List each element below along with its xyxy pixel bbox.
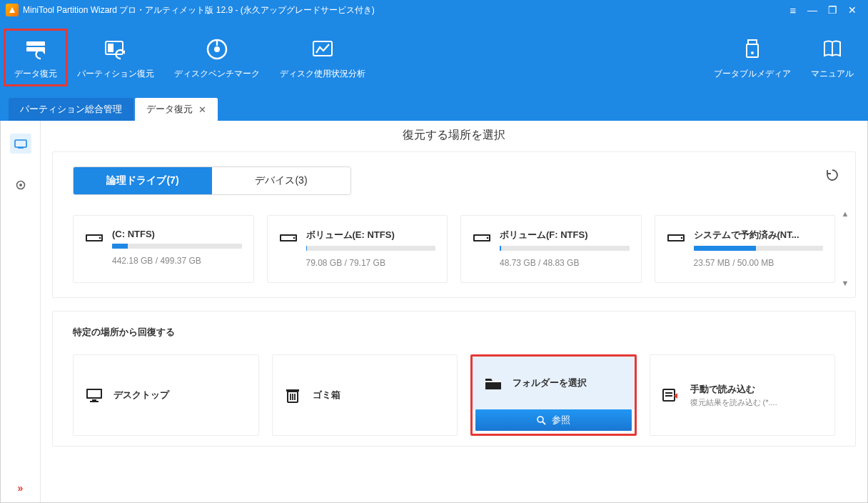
svg-rect-30	[92, 399, 96, 401]
partition-recovery-icon	[103, 36, 128, 62]
toolbar-label: マニュアル	[811, 68, 854, 80]
svg-point-24	[487, 237, 489, 239]
location-sublabel: 復元結果を読み込む (*....	[690, 397, 777, 408]
devices-tab[interactable]: デバイス(3)	[212, 167, 350, 194]
drives-card: 論理ドライブ(7) デバイス(3) (C: NTFS) 442.18 GB / …	[52, 151, 856, 298]
load-icon	[662, 387, 680, 403]
sidebar-settings-item[interactable]	[10, 175, 31, 195]
svg-rect-6	[216, 40, 218, 46]
hdd-icon	[473, 230, 491, 244]
svg-rect-41	[665, 392, 672, 394]
browse-button[interactable]: 参照	[475, 409, 632, 431]
toolbar-manual[interactable]: マニュアル	[801, 29, 864, 86]
section-heading: 特定の場所から回復する	[73, 326, 835, 339]
logical-drives-tab[interactable]: 論理ドライブ(7)	[74, 167, 212, 194]
page-title: 復元する場所を選択	[52, 121, 856, 151]
sidebar-recovery-item[interactable]	[10, 134, 31, 154]
tab-row: パーティション総合管理 データ復元 ✕	[0, 95, 868, 121]
location-desktop[interactable]: デスクトップ	[73, 354, 259, 436]
benchmark-icon	[204, 36, 230, 62]
specific-location-card: 特定の場所から回復する デスクトップ ゴミ箱 フォルダーを選択	[52, 311, 856, 447]
toolbar-partition-recovery[interactable]: パーティション復元	[67, 29, 164, 86]
maximize-button[interactable]: ❐	[822, 4, 842, 16]
location-folder-wrap: フォルダーを選択 参照	[470, 354, 637, 436]
hdd-icon	[85, 230, 104, 244]
tab-data-recovery[interactable]: データ復元 ✕	[135, 98, 218, 121]
minimize-button[interactable]: —	[802, 4, 822, 16]
drive-name: ボリューム(F: NTFS)	[500, 229, 607, 241]
tab-partition-management[interactable]: パーティション総合管理	[9, 98, 133, 121]
hdd-icon	[667, 230, 685, 244]
svg-point-10	[751, 51, 754, 54]
svg-rect-12	[15, 140, 26, 147]
svg-rect-42	[665, 395, 672, 397]
scroll-down-icon[interactable]: ▼	[842, 279, 849, 287]
toolbar-benchmark[interactable]: ディスクベンチマーク	[164, 29, 270, 86]
tab-close-icon[interactable]: ✕	[198, 104, 206, 115]
svg-point-27	[680, 237, 682, 239]
book-icon	[819, 36, 845, 62]
recovery-icon	[23, 36, 49, 62]
drive-name: システムで予約済み(NT...	[694, 229, 801, 241]
drive-size: 442.18 GB / 499.37 GB	[112, 256, 242, 266]
location-label: フォルダーを選択	[513, 377, 587, 389]
close-button[interactable]: ✕	[842, 4, 862, 16]
svg-rect-31	[90, 401, 99, 402]
usb-icon	[740, 36, 765, 62]
svg-rect-7	[313, 41, 332, 56]
main-toolbar: データ復元 パーティション復元 ディスクベンチマーク ディスク使用状況分析 ブー…	[0, 20, 868, 95]
location-label: ゴミ箱	[313, 389, 340, 402]
menu-icon[interactable]: ≡	[784, 4, 802, 16]
app-logo-icon	[6, 4, 19, 16]
toolbar-label: パーティション復元	[77, 68, 154, 80]
drive-tile-system-reserved[interactable]: システムで予約済み(NT... 23.57 MB / 50.00 MB	[655, 215, 836, 283]
main-panel: 復元する場所を選択 論理ドライブ(7) デバイス(3) (C: NTFS) 44…	[41, 121, 867, 502]
tab-label: パーティション総合管理	[20, 103, 122, 116]
toolbar-label: ディスク使用状況分析	[280, 68, 365, 80]
toolbar-analyzer[interactable]: ディスク使用状況分析	[270, 29, 375, 86]
drive-tile-e[interactable]: ボリューム(E: NTFS) 79.08 GB / 79.17 GB	[267, 215, 448, 283]
title-bar: MiniTool Partition Wizard プロ・アルティメット版 12…	[0, 0, 868, 20]
toolbar-label: データ復元	[14, 68, 57, 80]
scroll-up-icon[interactable]: ▲	[842, 209, 849, 218]
tab-label: データ復元	[146, 103, 193, 116]
drive-tile-c[interactable]: (C: NTFS) 442.18 GB / 499.37 GB	[73, 215, 254, 283]
svg-line-39	[542, 422, 545, 424]
svg-point-21	[293, 237, 295, 239]
usage-bar	[500, 246, 630, 251]
location-select-folder[interactable]: フォルダーを選択	[473, 357, 635, 409]
usage-bar	[694, 246, 824, 251]
drive-tile-f[interactable]: ボリューム(F: NTFS) 48.73 GB / 48.83 GB	[460, 215, 642, 283]
drive-name: (C: NTFS)	[112, 229, 219, 239]
toolbar-bootable-media[interactable]: ブータブルメディア	[704, 29, 801, 86]
location-trash[interactable]: ゴミ箱	[272, 354, 458, 436]
toolbar-label: ディスクベンチマーク	[174, 68, 260, 80]
usage-bar	[306, 246, 436, 251]
folder-icon	[484, 375, 503, 391]
svg-rect-0	[26, 41, 45, 46]
location-label: 手動で読み込む	[690, 383, 777, 396]
toolbar-data-recovery[interactable]: データ復元	[4, 29, 67, 86]
svg-point-15	[19, 184, 22, 186]
left-sidebar: »	[1, 121, 41, 502]
drive-size: 48.73 GB / 48.83 GB	[500, 258, 630, 268]
usage-bar	[112, 244, 242, 249]
refresh-icon[interactable]	[825, 168, 839, 182]
analyzer-icon	[310, 36, 335, 62]
svg-point-5	[214, 46, 220, 52]
scrollbar-hint[interactable]: ▲ ▼	[841, 209, 849, 287]
app-title: MiniTool Partition Wizard プロ・アルティメット版 12…	[23, 4, 375, 16]
hdd-icon	[279, 230, 298, 244]
trash-icon	[284, 387, 303, 403]
sidebar-expand-toggle[interactable]: »	[18, 482, 24, 494]
drive-size: 23.57 MB / 50.00 MB	[694, 258, 824, 268]
drive-type-tabs: 論理ドライブ(7) デバイス(3)	[73, 166, 351, 195]
search-icon	[536, 415, 546, 425]
browse-label: 参照	[552, 414, 570, 427]
drive-size: 79.08 GB / 79.17 GB	[306, 258, 436, 268]
svg-rect-3	[108, 44, 113, 52]
desktop-icon	[85, 387, 104, 403]
svg-rect-37	[485, 381, 501, 382]
location-manual-load[interactable]: 手動で読み込む 復元結果を読み込む (*....	[650, 354, 836, 436]
drive-name: ボリューム(E: NTFS)	[306, 229, 413, 241]
